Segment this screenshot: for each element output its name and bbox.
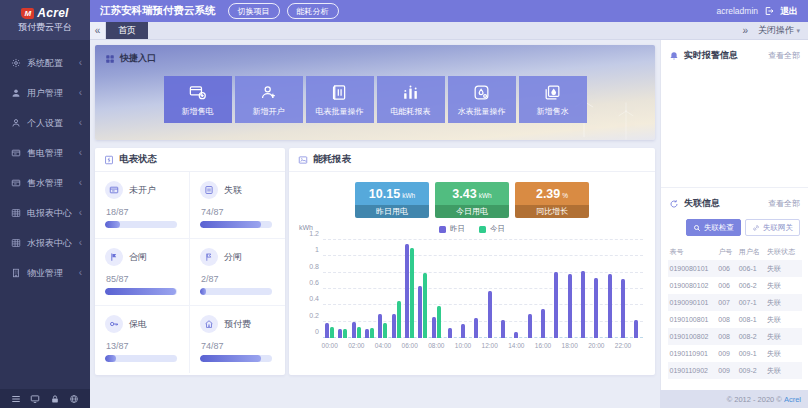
lock-icon[interactable] [50,394,60,404]
chart-x-tick: 04:00 [375,342,391,349]
sidebar-menu-item[interactable]: 个人设置 ‹ [0,108,90,138]
bell-icon [669,51,679,61]
switch-project-button[interactable]: 切换项目 [228,3,280,19]
legend-item[interactable]: 昨日 [439,224,465,234]
kpi-unit: % [562,192,568,199]
legend-swatch [439,226,446,233]
offline-table-row: 0190100802008008-2失联 [668,328,802,345]
sidebar-menu-item[interactable]: 售水管理 ‹ [0,168,90,198]
quick-entry-button[interactable]: 新增开户 [235,76,303,123]
tabs-collapse-button[interactable]: « [90,22,106,39]
chart-x-tick: 14:00 [508,342,524,349]
tabs-expand-button[interactable]: » [742,25,748,36]
key-icon [109,319,119,329]
offline-table-cell: 009 [716,362,736,379]
bar-昨日 [568,274,572,338]
bar-昨日 [325,323,329,338]
kpi-unit: kWh [479,192,492,199]
top-header: 江苏安科瑞预付费云系统 切换项目 能耗分析 acreladmin 退出 [90,0,808,22]
flag-outline-icon [204,252,214,262]
quick-entry-button[interactable]: 新增售水 [519,76,587,123]
bar-今日 [383,323,387,338]
tab-home[interactable]: 首页 [106,22,148,39]
meter-status-cell: 合闸 85/87 [95,239,190,306]
kpi-value: 2.39 [536,187,560,201]
offline-table-cell: 006-2 [737,277,765,294]
chevron-left-icon: ‹ [79,178,82,188]
quick-entry-panel: 快捷入口 新增售电 新增开户 电表批量操作 电能耗报表 水表批量操作 新增售水 [95,45,655,140]
acrel-link[interactable]: Acrel [784,395,801,404]
quick-entry-button[interactable]: 新增售电 [164,76,232,123]
bar-今日 [357,327,361,338]
bar-group [430,306,443,338]
offline-table-header-row: 表号户号用户名失联状态 [668,244,802,260]
offline-table-cell: 006 [716,277,736,294]
offline-gateway-button[interactable]: 失联网关 [745,219,800,236]
gear-icon [11,58,21,68]
kpi-unit: kWh [402,192,415,199]
chart-x-tick: 06:00 [402,342,418,349]
meter-status-cell: 保电 13/87 [95,306,190,373]
offline-table-cell: 009-2 [737,362,765,379]
chart-x-tick: 16:00 [535,342,551,349]
monitor-icon[interactable] [30,394,40,404]
menu-icon[interactable] [11,394,21,404]
sidebar-menu-item[interactable]: 用户管理 ‹ [0,78,90,108]
quick-entry-label: 水表批量操作 [458,106,506,117]
quick-entry-button[interactable]: 电表批量操作 [306,76,374,123]
kpi-card: 2.39 % 同比增长 [515,182,589,218]
legend-item[interactable]: 今日 [479,224,505,234]
bar-group [350,322,363,338]
sidebar-menu-item[interactable]: 售电管理 ‹ [0,138,90,168]
offline-table-cell: 008-2 [737,328,765,345]
card-icon [109,185,119,195]
logout-icon[interactable] [764,6,774,16]
logout-button[interactable]: 退出 [780,5,798,18]
offline-table-header: 户号 [716,244,736,260]
kpi-label: 昨日用电 [355,205,429,218]
sidebar-menu-item[interactable]: 电报表中心 ‹ [0,198,90,228]
sidebar-menu-item[interactable]: 系统配置 ‹ [0,48,90,78]
quick-entry-button[interactable]: 水表批量操作 [448,76,516,123]
offline-check-button[interactable]: 失联检查 [686,219,741,236]
offline-table-cell: 009-1 [737,345,765,362]
bar-昨日 [448,328,452,338]
bar-group [443,328,456,338]
chevron-left-icon: ‹ [79,238,82,248]
alarm-view-all-link[interactable]: 查看全部 [768,50,800,61]
system-title: 江苏安科瑞预付费云系统 [100,4,216,18]
offline-table-cell: 0190080102 [668,277,717,294]
offline-view-all-link[interactable]: 查看全部 [768,198,800,209]
meter-status-label: 分闸 [224,251,242,264]
quick-entry-button[interactable]: 电能耗报表 [377,76,445,123]
chevron-left-icon: ‹ [79,148,82,158]
chevron-left-icon: ‹ [79,88,82,98]
energy-analysis-button[interactable]: 能耗分析 [287,3,339,19]
progress-bar [200,288,272,295]
tab-bar: « 首页 » 关闭操作 ▾ [90,22,808,40]
alarm-panel-title: 实时报警信息 [684,49,763,62]
acrel-logo-icon: M [21,8,34,19]
meter-status-label: 保电 [129,318,147,331]
bar-group [576,271,589,338]
sidebar-menu: 系统配置 ‹ 用户管理 ‹ 个人设置 ‹ 售电管理 ‹ 售水管理 ‹ 电报表中心… [0,48,90,288]
progress-bar [105,288,177,295]
offline-table-cell: 0190110902 [668,362,717,379]
chart-y-tick: 1 [299,246,319,253]
bar-昨日 [405,244,409,338]
globe-icon[interactable] [69,394,79,404]
progress-bar [200,221,272,228]
close-operations-dropdown[interactable]: 关闭操作 ▾ [758,24,800,37]
bar-group [390,301,403,338]
card-icon [11,178,21,188]
sidebar-item-label: 水报表中心 [27,237,79,250]
meter-small-icon [204,185,214,195]
offline-table-row: 0190090101007007-1失联 [668,294,802,311]
sidebar-menu-item[interactable]: 水报表中心 ‹ [0,228,90,258]
sidebar-menu-item[interactable]: 物业管理 ‹ [0,258,90,288]
alarm-list-empty [661,69,808,187]
offline-table-row: 0190110902009009-2失联 [668,362,802,379]
kpi-label: 同比增长 [515,205,589,218]
bar-昨日 [554,272,558,338]
offline-table-cell: 006-1 [737,260,765,277]
